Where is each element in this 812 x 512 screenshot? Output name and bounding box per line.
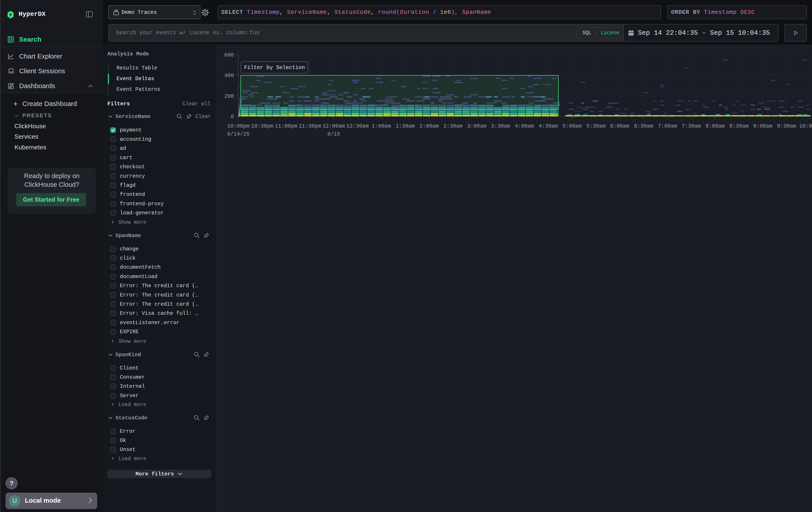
svg-text:11:00pm: 11:00pm <box>275 123 297 129</box>
svg-text:8:00am: 8:00am <box>705 123 725 129</box>
svg-text:600: 600 <box>224 52 234 58</box>
svg-text:4:00am: 4:00am <box>515 123 534 129</box>
svg-text:0: 0 <box>231 114 234 120</box>
svg-text:11:30pm: 11:30pm <box>299 123 321 129</box>
svg-text:3:30am: 3:30am <box>491 123 510 129</box>
svg-text:4:30am: 4:30am <box>539 123 558 129</box>
svg-text:2:00am: 2:00am <box>419 123 438 129</box>
svg-text:1:00am: 1:00am <box>372 123 391 129</box>
svg-text:9:30am: 9:30am <box>777 123 796 129</box>
svg-text:200: 200 <box>224 93 234 99</box>
svg-text:2:30am: 2:30am <box>443 123 462 129</box>
svg-text:8:30am: 8:30am <box>729 123 748 129</box>
svg-text:9/14/25: 9/14/25 <box>227 131 250 137</box>
svg-text:400: 400 <box>224 73 234 79</box>
svg-text:5:30am: 5:30am <box>586 123 605 129</box>
svg-text:5:00am: 5:00am <box>562 123 582 129</box>
svg-text:12:00am: 12:00am <box>322 123 345 129</box>
svg-text:3:00am: 3:00am <box>467 123 486 129</box>
svg-text:6:00am: 6:00am <box>610 123 629 129</box>
svg-text:10:00pm: 10:00pm <box>227 123 250 129</box>
svg-text:10:00am: 10:00am <box>799 123 812 129</box>
svg-text:9/15: 9/15 <box>327 131 340 137</box>
svg-text:1:30am: 1:30am <box>396 123 415 129</box>
svg-text:6:30am: 6:30am <box>634 123 653 129</box>
svg-text:9:00am: 9:00am <box>753 123 772 129</box>
svg-text:7:00am: 7:00am <box>658 123 677 129</box>
svg-text:7:30am: 7:30am <box>682 123 701 129</box>
svg-text:12:30am: 12:30am <box>346 123 369 129</box>
svg-text:10:30pm: 10:30pm <box>251 123 273 129</box>
